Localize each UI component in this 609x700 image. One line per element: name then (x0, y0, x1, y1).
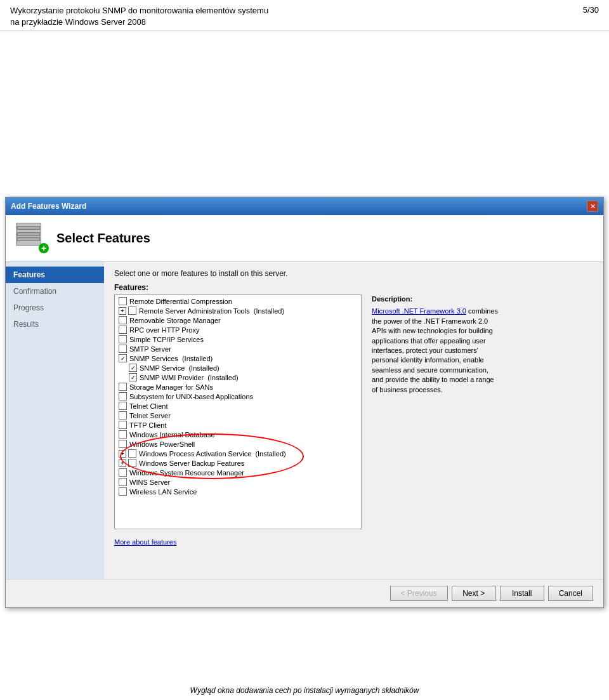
checkbox[interactable] (119, 383, 127, 391)
checkbox[interactable] (119, 411, 127, 419)
page-header: Wykorzystanie protokołu SNMP do monitoro… (0, 0, 609, 31)
checkbox[interactable] (119, 392, 127, 400)
features-label: Features: (114, 283, 593, 292)
add-features-dialog: Add Features Wizard ✕ + Select Features … (5, 197, 604, 608)
list-item[interactable]: Wireless LAN Service (116, 487, 360, 496)
sidebar-item-confirmation: Confirmation (6, 283, 104, 300)
checkbox[interactable] (119, 478, 127, 486)
expand-icon[interactable]: + (119, 459, 126, 467)
cancel-button[interactable]: Cancel (548, 586, 593, 601)
description-link[interactable]: Microsoft .NET Framework 3.0 (372, 307, 466, 315)
add-icon: + (39, 243, 49, 253)
description-title: Description: (372, 294, 501, 304)
list-item[interactable]: Subsystem for UNIX-based Applications (116, 392, 360, 401)
expand-icon[interactable]: + (119, 307, 126, 315)
checkbox[interactable] (119, 440, 127, 448)
server-icon (16, 223, 41, 246)
list-item-snmp-services[interactable]: SNMP Services (Installed) (116, 353, 360, 363)
dialog-content-area: Features Confirmation Progress Results S… (6, 261, 603, 579)
expand-icon[interactable]: + (119, 450, 126, 458)
checkbox[interactable] (119, 430, 127, 439)
dialog-titlebar: Add Features Wizard ✕ (6, 197, 603, 215)
dialog-main-panel: Select one or more features to install o… (104, 261, 603, 579)
checkbox-snmp-service[interactable] (129, 364, 137, 372)
description-text: combines the power of the .NET Framework… (372, 307, 498, 393)
checkbox[interactable] (119, 316, 127, 324)
list-item[interactable]: Windows PowerShell (116, 439, 360, 449)
list-item-snmp-wmi[interactable]: SNMP WMI Provider (Installed) (116, 373, 360, 382)
list-item[interactable]: Telnet Server (116, 411, 360, 420)
checkbox[interactable] (119, 345, 127, 353)
list-item[interactable]: Remote Differential Compression (116, 296, 360, 306)
checkbox[interactable] (119, 335, 127, 343)
dialog-section-title: Select Features (56, 231, 150, 246)
page-title: Wykorzystanie protokołu SNMP do monitoro… (10, 5, 268, 28)
features-area: Remote Differential Compression + Remote… (114, 294, 593, 529)
dialog-footer: < Previous Next > Install Cancel (6, 579, 603, 607)
close-button[interactable]: ✕ (587, 201, 598, 212)
dialog-body: + Select Features Features Confirmation … (6, 215, 603, 607)
checkbox[interactable] (119, 297, 127, 305)
list-item[interactable]: SMTP Server (116, 344, 360, 353)
checkbox-snmp-services[interactable] (119, 354, 127, 362)
list-item[interactable]: + Remote Server Administration Tools (In… (116, 306, 360, 315)
checkbox[interactable] (128, 459, 136, 467)
list-item[interactable]: + Windows Server Backup Features (116, 458, 360, 468)
checkbox[interactable] (119, 468, 127, 477)
list-item[interactable]: Storage Manager for SANs (116, 382, 360, 392)
page-footer-caption: Wygląd okna dodawania cech po instalacji… (0, 686, 609, 695)
install-button[interactable]: Install (500, 586, 544, 601)
main-content-area (0, 31, 609, 215)
list-item[interactable]: RPC over HTTP Proxy (116, 325, 360, 334)
list-item[interactable]: Windows System Resource Manager (116, 468, 360, 477)
instruction-text: Select one or more features to install o… (114, 269, 593, 278)
description-panel: Description: Microsoft .NET Framework 3.… (362, 294, 501, 395)
checkbox[interactable] (128, 307, 136, 315)
checkbox[interactable] (119, 326, 127, 334)
sidebar-item-results: Results (6, 316, 104, 333)
previous-button[interactable]: < Previous (390, 586, 448, 601)
list-item[interactable]: TFTP Client (116, 420, 360, 430)
checkbox[interactable] (128, 449, 136, 458)
page-number: 5/30 (583, 5, 599, 15)
list-item[interactable]: Windows Internal Database (116, 430, 360, 439)
dialog-header-icon: + (16, 223, 46, 253)
next-button[interactable]: Next > (452, 586, 496, 601)
dialog-title: Add Features Wizard (11, 202, 86, 211)
dialog-header-section: + Select Features (6, 215, 603, 261)
dialog-sidebar: Features Confirmation Progress Results (6, 261, 104, 579)
checkbox-snmp-wmi[interactable] (129, 373, 137, 381)
list-item-snmp-service[interactable]: SNMP Service (Installed) (116, 363, 360, 373)
checkbox[interactable] (119, 402, 127, 410)
checkbox[interactable] (119, 487, 127, 496)
list-item[interactable]: Simple TCP/IP Services (116, 334, 360, 344)
list-item[interactable]: Telnet Client (116, 401, 360, 411)
sidebar-item-progress: Progress (6, 300, 104, 316)
list-item[interactable]: + Windows Process Activation Service (In… (116, 449, 360, 458)
sidebar-item-features[interactable]: Features (6, 267, 104, 283)
list-item[interactable]: Removable Storage Manager (116, 315, 360, 325)
list-item[interactable]: WINS Server (116, 477, 360, 487)
more-about-features-link[interactable]: More about features (114, 534, 593, 546)
checkbox[interactable] (119, 421, 127, 429)
features-listbox[interactable]: Remote Differential Compression + Remote… (114, 294, 362, 529)
